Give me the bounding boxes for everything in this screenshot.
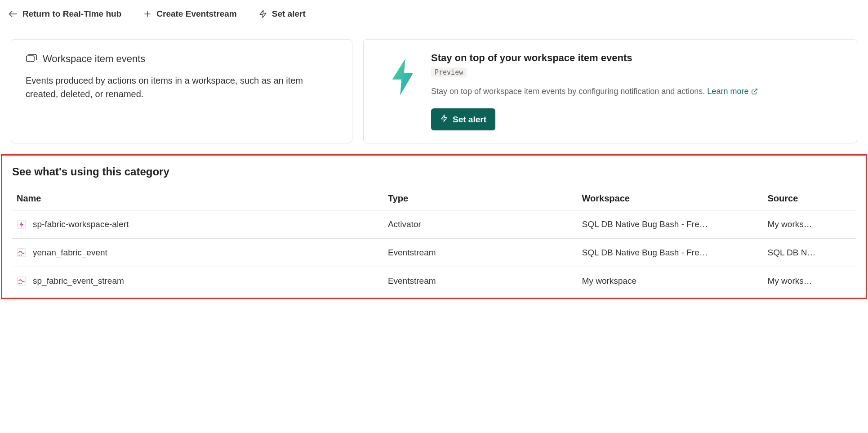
table-row[interactable]: sp-fabric-workspace-alertActivatorSQL DB… xyxy=(12,210,856,239)
return-button[interactable]: Return to Real-Time hub xyxy=(4,7,125,21)
cell-type: Eventstream xyxy=(383,239,578,267)
cell-source: SQL DB N… xyxy=(763,239,856,267)
cell-source: My works… xyxy=(763,267,856,295)
svg-line-5 xyxy=(754,89,757,92)
cell-source: My works… xyxy=(763,210,856,239)
create-eventstream-button[interactable]: Create Eventstream xyxy=(139,7,240,21)
layers-icon xyxy=(26,52,37,66)
usage-section: See what's using this category Name Type… xyxy=(1,154,867,299)
svg-point-13 xyxy=(18,283,20,284)
card-description: Events produced by actions on items in a… xyxy=(26,74,338,101)
arrow-left-icon xyxy=(8,9,18,19)
card-title-text: Workspace item events xyxy=(43,53,145,65)
usage-table: Name Type Workspace Source sp-fabric-wor… xyxy=(12,187,856,295)
col-workspace-header[interactable]: Workspace xyxy=(578,187,763,210)
workspace-events-card: Workspace item events Events produced by… xyxy=(11,39,352,143)
learn-more-text: Learn more xyxy=(707,85,748,98)
stay-on-top-card: Stay on top of your workspace item event… xyxy=(363,39,857,143)
set-alert-toolbar-button[interactable]: Set alert xyxy=(255,7,309,21)
svg-point-14 xyxy=(21,283,22,284)
cell-workspace: SQL DB Native Bug Bash - Fre… xyxy=(578,239,763,267)
card-title: Workspace item events xyxy=(26,52,338,66)
usage-title: See what's using this category xyxy=(12,165,856,178)
content-cards: Workspace item events Events produced by… xyxy=(0,28,868,154)
row-name-text: yenan_fabric_event xyxy=(33,248,107,258)
stay-on-top-desc-text: Stay on top of workspace item events by … xyxy=(431,87,707,96)
eventstream-icon xyxy=(17,276,27,286)
plus-icon xyxy=(143,9,152,18)
activator-icon xyxy=(17,219,27,229)
col-source-header[interactable]: Source xyxy=(763,187,856,210)
external-link-icon xyxy=(751,88,758,95)
cell-type: Activator xyxy=(383,210,578,239)
row-name-text: sp-fabric-workspace-alert xyxy=(33,219,129,229)
row-name-text: sp_fabric_event_stream xyxy=(33,276,124,286)
cell-workspace: SQL DB Native Bug Bash - Fre… xyxy=(578,210,763,239)
bolt-graphic-icon xyxy=(387,57,418,99)
preview-badge: Preview xyxy=(431,67,467,77)
cell-name: sp_fabric_event_stream xyxy=(12,267,383,295)
stay-on-top-title: Stay on top of your workspace item event… xyxy=(431,52,842,64)
learn-more-link[interactable]: Learn more xyxy=(707,85,758,98)
bolt-icon xyxy=(440,114,448,125)
create-eventstream-label: Create Eventstream xyxy=(156,9,236,19)
svg-marker-6 xyxy=(441,115,447,122)
svg-rect-4 xyxy=(27,56,34,62)
svg-point-10 xyxy=(18,254,20,256)
stay-on-top-desc: Stay on top of workspace item events by … xyxy=(431,85,842,98)
return-label: Return to Real-Time hub xyxy=(22,9,121,19)
set-alert-toolbar-label: Set alert xyxy=(272,9,306,19)
toolbar: Return to Real-Time hub Create Eventstre… xyxy=(0,0,868,28)
bolt-icon xyxy=(258,9,267,19)
cell-workspace: My workspace xyxy=(578,267,763,295)
cell-name: sp-fabric-workspace-alert xyxy=(12,210,383,239)
table-row[interactable]: sp_fabric_event_streamEventstreamMy work… xyxy=(12,267,856,295)
set-alert-button-label: Set alert xyxy=(453,115,486,125)
svg-point-11 xyxy=(21,254,22,256)
eventstream-icon xyxy=(17,248,27,258)
cell-name: yenan_fabric_event xyxy=(12,239,383,267)
cell-type: Eventstream xyxy=(383,267,578,295)
set-alert-button[interactable]: Set alert xyxy=(431,108,495,130)
col-type-header[interactable]: Type xyxy=(383,187,578,210)
stay-on-top-body: Stay on top of your workspace item event… xyxy=(431,52,842,130)
table-row[interactable]: yenan_fabric_eventEventstreamSQL DB Nati… xyxy=(12,239,856,267)
table-header-row: Name Type Workspace Source xyxy=(12,187,856,210)
svg-marker-3 xyxy=(260,10,266,18)
col-name-header[interactable]: Name xyxy=(12,187,383,210)
